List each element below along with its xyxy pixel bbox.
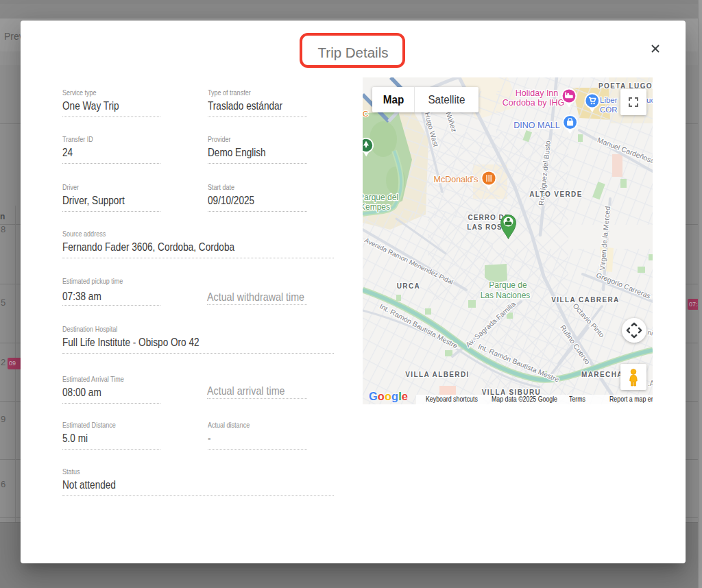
- svg-text:DINO MALL: DINO MALL: [513, 121, 559, 130]
- svg-text:VILLA ALBERDI: VILLA ALBERDI: [405, 371, 470, 378]
- svg-text:ALTO VERDE: ALTO VERDE: [529, 191, 583, 198]
- svg-text:URCA: URCA: [397, 282, 421, 290]
- svg-text:Parque del: Parque del: [363, 193, 398, 202]
- svg-text:CÓR: CÓR: [600, 106, 618, 114]
- svg-text:Las Naciones: Las Naciones: [481, 291, 531, 300]
- svg-text:uc: uc: [646, 96, 653, 104]
- svg-text:Liber: Liber: [600, 96, 618, 104]
- svg-text:VILLA CABRERA: VILLA CABRERA: [551, 296, 620, 304]
- svg-text:McDonald's: McDonald's: [434, 175, 479, 184]
- svg-text:Holiday Inn: Holiday Inn: [516, 88, 559, 98]
- svg-text:Kempes: Kempes: [363, 202, 390, 212]
- svg-text:Cordoba by IHG: Cordoba by IHG: [503, 98, 564, 108]
- svg-text:C: C: [363, 110, 368, 118]
- svg-text:.A: .A: [648, 380, 653, 387]
- svg-text:Parque de: Parque de: [489, 280, 527, 290]
